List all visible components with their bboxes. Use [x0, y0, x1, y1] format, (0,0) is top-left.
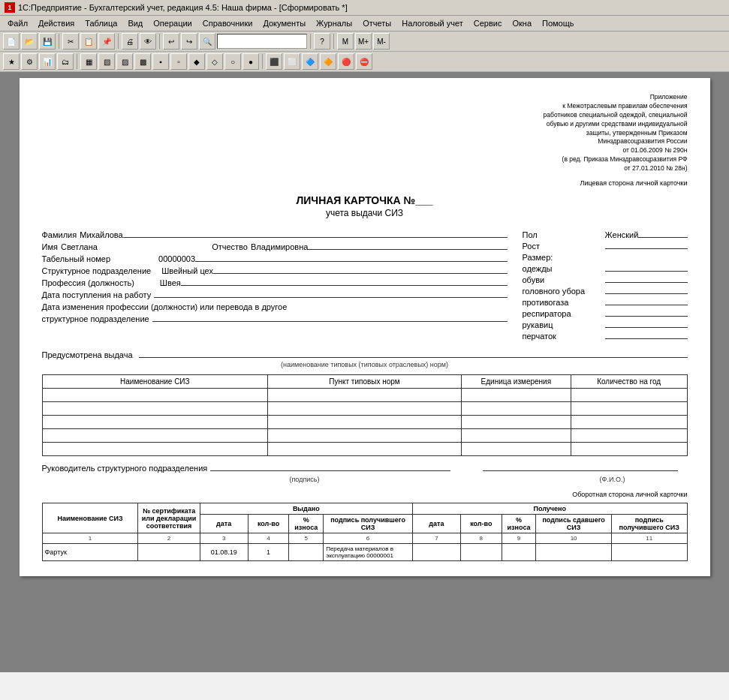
tb2-8[interactable]: ▩	[134, 53, 151, 70]
menu-item-журналы[interactable]: Журналы	[312, 17, 357, 29]
col-p-kolvo: кол-во	[460, 515, 502, 533]
tb2-5[interactable]: ▦	[80, 53, 97, 70]
num-6: 6	[324, 533, 413, 544]
row-p-data	[412, 544, 460, 561]
table-row	[42, 402, 687, 416]
tb2-14[interactable]: ●	[242, 53, 259, 70]
personal-info-section: Фамилия Михайлова Имя Светлана Отчество …	[42, 230, 688, 343]
rost-line	[605, 248, 688, 249]
tb-undo[interactable]: ↩	[163, 33, 179, 50]
tb-copy[interactable]: 📋	[80, 33, 97, 50]
tb-cut[interactable]: ✂	[62, 33, 79, 50]
tb2-4[interactable]: 🗂	[57, 53, 74, 70]
col-v-data: дата	[200, 515, 248, 533]
tb2-9[interactable]: ▪	[152, 53, 169, 70]
rukavic-label: рукавиц	[523, 320, 605, 329]
menu-item-сервис[interactable]: Сервис	[469, 17, 507, 29]
tb2-11[interactable]: ◆	[188, 53, 205, 70]
menu-item-помощь[interactable]: Помощь	[538, 17, 579, 29]
table-row	[42, 429, 687, 443]
sep7	[262, 54, 263, 69]
struct-label: Структурное подразделение	[42, 266, 152, 275]
tb2-2[interactable]: ⚙	[21, 53, 38, 70]
protivogaza-row: противогаза	[523, 298, 688, 307]
tb-find[interactable]: 🔍	[199, 33, 215, 50]
menu-item-окна[interactable]: Окна	[508, 17, 536, 29]
tb-search-input[interactable]	[217, 34, 307, 49]
struct-value: Швейный цех	[161, 266, 213, 275]
menu-item-документы[interactable]: Документы	[258, 17, 310, 29]
doc-subtitle: учета выдачи СИЗ	[42, 208, 688, 218]
norms-table: Наименование СИЗ Пункт типовых норм Един…	[42, 374, 688, 456]
pol-line	[638, 237, 687, 238]
tb-print[interactable]: 🖨	[122, 33, 138, 50]
sep1	[59, 34, 59, 49]
tb2-10[interactable]: ▫	[170, 53, 187, 70]
tb-open[interactable]: 📂	[21, 33, 38, 50]
vydacha-line	[139, 357, 688, 358]
tb-preview[interactable]: 👁	[140, 33, 156, 50]
tb-help[interactable]: ?	[314, 33, 330, 50]
tb2-16[interactable]: ⬜	[284, 53, 300, 70]
menu-item-отчеты[interactable]: Отчеты	[358, 17, 396, 29]
perchatki-label: перчаток	[523, 332, 605, 341]
date-line	[154, 297, 507, 298]
tb2-19[interactable]: 🔴	[338, 53, 354, 70]
tb2-18[interactable]: 🔶	[320, 53, 336, 70]
tb2-20[interactable]: ⛔	[356, 53, 372, 70]
tb2-13[interactable]: ○	[224, 53, 241, 70]
col-polucheno-group: Получено	[412, 503, 687, 515]
imya-label: Имя	[42, 242, 58, 251]
prof-row: Профессия (должность) Швея	[42, 278, 508, 287]
rukavic-row: рукавиц	[523, 320, 688, 329]
vydacha-section: Предусмотрена выдача	[42, 350, 688, 359]
pol-label: Пол	[523, 230, 605, 239]
toolbar2: ★ ⚙ 📊 🗂 ▦ ▧ ▨ ▩ ▪ ▫ ◆ ◇ ○ ● ⬛ ⬜ 🔷 🔶 🔴 ⛔	[0, 52, 729, 72]
num-10: 10	[536, 533, 612, 544]
tb-paste[interactable]: 📌	[98, 33, 115, 50]
tb-calc-plus[interactable]: M+	[355, 33, 372, 50]
podpis-hint: (подпись)	[207, 476, 402, 483]
tb-calc[interactable]: M	[337, 33, 354, 50]
sig-hints: (подпись) (Ф.И.О.)	[42, 476, 688, 483]
sig-section: Руководитель структурного подразделения …	[42, 464, 688, 483]
pol-row: Пол Женский	[523, 230, 688, 239]
menu-item-операции[interactable]: Операции	[149, 17, 196, 29]
tb-calc-minus[interactable]: M-	[373, 33, 390, 50]
col-sertif: № сертификата или декларации соответстви…	[138, 503, 200, 533]
menu-item-налоговый учет[interactable]: Налоговый учет	[397, 17, 468, 29]
struct-row: Структурное подразделение Швейный цех	[42, 266, 508, 275]
prof-line	[181, 285, 508, 286]
menu-item-вид[interactable]: Вид	[123, 17, 147, 29]
odezhdy-label: одежды	[523, 264, 605, 273]
row-sertif	[138, 544, 200, 561]
otchestvo-value: Владимировна	[251, 242, 308, 251]
menu-item-таблица[interactable]: Таблица	[80, 17, 122, 29]
rost-label: Рост	[523, 242, 605, 251]
tb-redo[interactable]: ↪	[181, 33, 197, 50]
col-p-podpis-sdavshego: подпись сдавшего СИЗ	[536, 515, 612, 533]
menu-bar: ФайлДействияТаблицаВидОперацииСправочник…	[0, 16, 729, 32]
tb2-12[interactable]: ◇	[206, 53, 223, 70]
info-left: Фамилия Михайлова Имя Светлана Отчество …	[42, 230, 508, 343]
num-9: 9	[502, 533, 536, 544]
razmer-label: Размер:	[523, 253, 605, 262]
num-5: 5	[289, 533, 324, 544]
sig-label: Руководитель структурного подразделения	[42, 464, 208, 473]
otchestvo-line	[308, 249, 507, 250]
menu-item-действия[interactable]: Действия	[34, 17, 79, 29]
menu-item-справочники[interactable]: Справочники	[198, 17, 258, 29]
tb2-7[interactable]: ▨	[116, 53, 133, 70]
tb-new[interactable]: 📄	[3, 33, 20, 50]
familiya-line	[123, 237, 508, 238]
tb2-6[interactable]: ▧	[98, 53, 115, 70]
tb2-1[interactable]: ★	[3, 53, 20, 70]
col-p-data: дата	[412, 515, 460, 533]
tb2-15[interactable]: ⬛	[266, 53, 282, 70]
tb-save[interactable]: 💾	[39, 33, 56, 50]
sep3	[159, 34, 160, 49]
menu-item-файл[interactable]: Файл	[3, 17, 32, 29]
otchestvo-label: Отчество	[212, 242, 248, 251]
tb2-3[interactable]: 📊	[39, 53, 56, 70]
tb2-17[interactable]: 🔷	[302, 53, 318, 70]
